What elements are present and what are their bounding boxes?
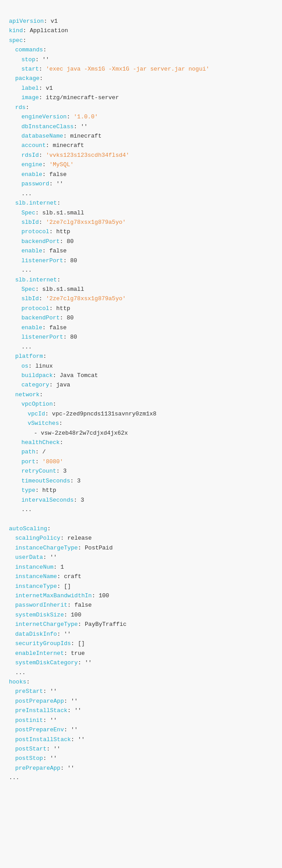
yaml-plain: : 3 [70, 478, 80, 484]
line-62: systemDiskSize: 100 [9, 610, 273, 620]
line-38: category: java [9, 380, 273, 390]
yaml-plain: : java [49, 382, 70, 388]
yaml-key: instanceChargeType [15, 545, 78, 551]
line-14: rdsId: 'vvks123s123scdh34flsd4' [9, 151, 273, 160]
yaml-key: buildpack [21, 372, 53, 379]
line-53: autoScaling: [9, 524, 273, 533]
yaml-key: package [15, 75, 40, 82]
yaml-plain: : PayByTraffic [78, 621, 126, 628]
line-20: Spec: slb.s1.small [9, 208, 273, 218]
yaml-string-value: 'vvks123s123scdh34flsd4' [46, 152, 129, 159]
yaml-plain: : '' [43, 554, 57, 561]
line-44: healthCheck: [9, 438, 273, 447]
yaml-key: listenerPort [21, 257, 63, 264]
yaml-key: databaseName [21, 133, 63, 139]
yaml-plain: : / [35, 449, 46, 455]
line-10: engineVersion: '1.0.0' [9, 112, 273, 122]
line-21: slbId: '2ze7clg78xsx1g879a5yo' [9, 218, 273, 227]
line-13: account: minecraft [9, 141, 273, 150]
line-3: commands: [9, 45, 273, 55]
yaml-plain: : v1 [44, 18, 58, 25]
line-54: scalingPolicy: release [9, 533, 273, 543]
yaml-key: postInstallStack [15, 736, 71, 743]
yaml-plain: : [26, 679, 30, 685]
yaml-plain: : [57, 200, 61, 206]
line-31: backendPort: 80 [9, 313, 273, 323]
yaml-key: protocol [21, 228, 49, 235]
line-42: vSwitches: [9, 419, 273, 428]
yaml-key: postStart [15, 746, 46, 752]
yaml-plain: : [39, 219, 46, 226]
yaml-plain: : http [35, 487, 56, 494]
yaml-plain: : [40, 391, 43, 398]
yaml-plain: ... [15, 669, 25, 676]
line-9: rds: [9, 103, 273, 112]
yaml-plain: - vsw-2zeb48r2w7cdjxd4jx62x [34, 430, 128, 436]
yaml-plain: : PostPaid [78, 545, 112, 551]
line-40: vpcOption: [9, 399, 273, 409]
line-51: ... [9, 505, 273, 514]
yaml-plain: : slb.s1.small [35, 286, 84, 293]
yaml-plain: : '' [43, 755, 57, 762]
line-8: image: itzg/minecraft-server [9, 93, 273, 102]
line-35: platform: [9, 352, 273, 361]
yaml-key: enableInternet [15, 650, 64, 657]
line-6: package: [9, 74, 273, 83]
line-12: databaseName: minecraft [9, 131, 273, 141]
yaml-plain: : 3 [56, 468, 66, 474]
yaml-plain: : 100 [92, 592, 109, 599]
line-43: - vsw-2zeb48r2w7cdjxd4jx62x [9, 428, 273, 438]
yaml-key: postinit [15, 717, 43, 724]
yaml-plain: : 1 [54, 564, 64, 570]
yaml-plain: : [42, 161, 50, 168]
yaml-key: path [21, 449, 35, 455]
yaml-key: backendPort [21, 314, 60, 321]
line-25: listenerPort: 80 [9, 256, 273, 265]
yaml-key: prePrepareApp [15, 765, 60, 772]
yaml-plain: : false [42, 171, 67, 178]
yaml-key: kind [9, 27, 23, 34]
line-58: instanceName: craft [9, 572, 273, 581]
line-66: enableInternet: true [9, 649, 273, 658]
yaml-plain: : v1 [39, 85, 53, 92]
yaml-key: listenerPort [21, 334, 63, 340]
line-22: protocol: http [9, 227, 273, 236]
yaml-key: image [21, 94, 39, 101]
yaml-key: backendPort [21, 238, 60, 245]
yaml-key: instanceNum [15, 564, 54, 570]
line-79: ... [9, 773, 273, 782]
line-36: os: linux [9, 361, 273, 371]
yaml-key: autoScaling [9, 525, 47, 532]
line-5: start: 'exec java -Xms1G -Xmx1G -jar ser… [9, 64, 273, 74]
line-0: apiVersion: v1 [9, 17, 273, 26]
yaml-plain: : false [67, 602, 92, 608]
line-73: postinit: '' [9, 716, 273, 725]
yaml-key: systemDiskCategory [15, 659, 78, 666]
yaml-key: timeoutSeconds [21, 478, 70, 484]
yaml-plain: ... [21, 344, 32, 350]
yaml-key: dataDiskInfo [15, 631, 57, 637]
line-26: ... [9, 265, 273, 275]
line-41: vpcId: vpc-2zed9pncds1131savnry0zm1x8 [9, 409, 273, 419]
line-19: slb.internet: [9, 198, 273, 208]
yaml-key: apiVersion [9, 18, 44, 25]
line-70: preStart: '' [9, 687, 273, 696]
yaml-plain: : [35, 458, 42, 465]
yaml-plain: : 80 [60, 314, 74, 321]
yaml-plain: : [43, 353, 46, 360]
yaml-key: commands [15, 46, 43, 53]
yaml-key: stop [21, 56, 35, 63]
yaml-key: platform [15, 353, 43, 360]
yaml-key: systemDiskSize [15, 612, 64, 618]
yaml-string-value: '2ze7clg78xsx1g879a5yo' [46, 219, 126, 226]
line-61: passwordInherit: false [9, 600, 273, 610]
yaml-key: category [21, 382, 49, 388]
line-29: slbId: '2ze7clg78xsx1g879a5yo' [9, 294, 273, 303]
line-60: internetMaxBandwidthIn: 100 [9, 591, 273, 600]
yaml-plain: : '' [67, 707, 81, 714]
line-69: hooks: [9, 677, 273, 687]
line-4: stop: '' [9, 55, 273, 64]
yaml-plain: : 80 [63, 334, 77, 340]
line-50: intervalSeconds: 3 [9, 495, 273, 505]
yaml-key: vSwitches [28, 420, 59, 427]
